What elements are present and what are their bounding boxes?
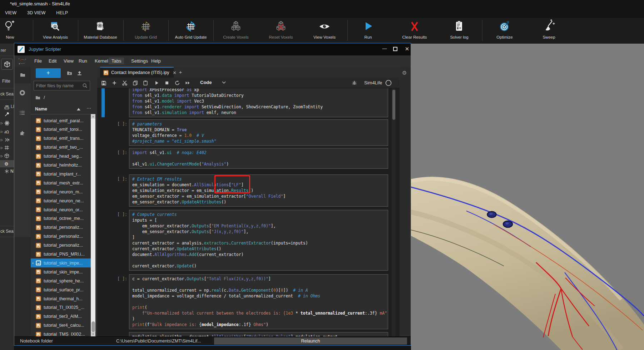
new-launcher-button[interactable]: + [36,68,61,78]
toolbar-button-optimize[interactable]: Optimize [483,19,526,39]
cell-editor[interactable]: # Compute currentsinputs = [ em_sensor_e… [129,210,388,271]
save-icon[interactable] [101,80,106,86]
scroll-down-icon[interactable]: ▼ [91,332,95,336]
file-row-12[interactable]: tutorial_octree_me... [31,214,91,223]
more-options-icon[interactable]: ⋯ [86,105,91,111]
file-row-1[interactable]: tutorial_emlf_paral... [31,116,91,125]
file-row-16[interactable]: tutorial_PNS_MRI.i... [31,250,91,259]
file-row-24[interactable]: tutorial_tier4_calcu... [31,321,91,330]
file-row-3[interactable]: tutorial_emlf_trans... [31,134,91,143]
tab-close-icon[interactable] [172,70,177,75]
jupyter-window-titlebar[interactable]: Jupyter Scripter — ✕ [14,43,411,55]
debugger-bug-icon[interactable] [352,80,357,85]
toolbar-button-run[interactable]: Run [347,19,390,39]
tree-item-lf[interactable]: LF [0,103,14,110]
new-folder-icon[interactable] [66,70,73,76]
file-row-4[interactable]: tutorial_emlf_two_... [31,143,91,152]
running-kernels-icon[interactable] [19,90,25,96]
toolbar-button-material-database[interactable]: Material Database [79,19,122,39]
run-cell-icon[interactable] [154,80,159,86]
file-row-8[interactable]: tutorial_mesh_extr... [31,178,91,187]
jupyter-menu-edit[interactable]: Edit [46,58,59,64]
stop-icon[interactable] [164,80,170,86]
3d-viewport[interactable] [411,44,644,350]
jupyter-menu-view[interactable]: View [61,58,76,64]
file-row-10[interactable]: tutorial_neuron_ne... [31,196,91,205]
expand-arrow-icon[interactable]: ▷ [0,146,4,149]
file-row-6[interactable]: tutorial_helmholtz... [31,161,91,170]
file-list-scrollbar[interactable]: ▲ ▼ [91,114,95,336]
file-row-18[interactable]: tutorial_skin_impe... [31,267,91,276]
folder-tab-icon[interactable] [20,72,26,78]
file-row-21[interactable]: tutorial_thermal_h... [31,294,91,303]
toolbar-button-update-grid[interactable]: Update Grid [124,19,167,39]
gear-icon[interactable]: ⚙ [402,70,407,76]
app-menu-view[interactable]: VIEW [5,9,16,17]
toolbar-button-reset-voxels[interactable]: Reset Voxels [259,19,302,39]
toolbar-button-solver-log[interactable]: Solver log [438,19,481,39]
file-row-11[interactable]: tutorial_neuron_or... [31,205,91,214]
kernel-name[interactable]: Sim4Life [364,80,382,85]
toolbar-button-view-analysis[interactable]: View Analysis [34,19,77,39]
expand-arrow-icon[interactable]: ▷ [0,130,4,133]
upload-icon[interactable] [76,70,83,76]
cut-icon[interactable] [122,80,128,86]
file-row-15[interactable]: tutorial_personaliz... [31,241,91,250]
tab-contact-impedance[interactable]: Contact Impedance (ITIS).ipy [100,67,174,78]
active-cell-indicator[interactable] [101,88,105,117]
app-menu-help[interactable]: HELP [56,9,68,17]
relaunch-button[interactable]: Relaunch [214,337,407,345]
file-row-25[interactable]: tutorial_TMS_IXI02... [31,330,91,336]
add-tab-button[interactable]: + [177,68,184,76]
filter-files-input[interactable]: Filter files by name [34,81,90,90]
jupyter-menu-run[interactable]: Run [76,58,90,64]
cell-editor[interactable]: modulation_algorithm = document.AllAlgor… [129,332,388,336]
cell-type-select[interactable]: Code [200,80,212,85]
file-row-7[interactable]: tutorial_implant_r... [31,169,91,178]
cell-editor[interactable]: # Extract EM resultsem_simulation = docu… [129,174,388,207]
cell-editor[interactable]: # parametersTRUNCATE_DOMAIN = Truevoltag… [129,119,388,146]
file-row-14[interactable]: tutorial_personaliz... [31,232,91,241]
toolbar-button-view-voxels[interactable]: View Voxels [303,19,346,39]
expand-arrow-icon[interactable]: ▷ [0,154,4,158]
cell-editor[interactable]: c = current_extractor.Outputs["Total Flu… [129,274,388,329]
cell-editor[interactable]: import XPostProcessor as xpfrom s4l_v1.d… [129,88,388,117]
tree-item-grid-small[interactable]: ▷ [0,144,14,151]
extensions-puzzle-icon[interactable] [19,130,25,136]
toolbar-button-auto-grid-update[interactable]: Auto Grid Update [169,19,212,39]
model-tool-button[interactable] [1,59,13,70]
file-row-2[interactable]: tutorial_emlf_toroi... [31,125,91,134]
toolbar-button-sweep[interactable]: Sweep [527,19,570,39]
tree-item-voxel-cube[interactable]: ▷ [0,152,14,159]
cell-editor[interactable]: import s4l_v1.ui # noqa: E402 s4l_v1.ui.… [129,148,388,169]
file-list-header[interactable]: Name ⋯ [31,105,91,114]
jupyter-menu-file[interactable]: File [31,58,45,64]
paste-icon[interactable] [143,80,148,86]
expand-arrow-icon[interactable]: ▷ [0,122,4,125]
toolbar-button-create-voxels[interactable]: Create Voxels [214,19,257,39]
tree-item-wrench[interactable] [0,111,14,118]
minimize-button[interactable]: — [380,46,389,53]
tree-item-n[interactable]: N [0,168,14,175]
file-row-20[interactable]: tutorial_surface_pr... [31,285,91,294]
file-row-9[interactable]: tutorial_neuron_m... [31,187,91,196]
copy-icon[interactable] [132,80,138,86]
jupyter-menu-tabs[interactable]: Tabs [109,58,124,64]
breadcrumb[interactable]: / [35,94,45,100]
tree-item-gear-small[interactable]: ⚙ [0,160,14,167]
maximize-button[interactable] [391,46,400,53]
file-row-22[interactable]: tutorial_TI_IXI025_... [31,303,91,312]
tree-item-atom[interactable]: ▷ [0,119,14,127]
tree-item-source[interactable]: ▷ [0,136,14,143]
toolbar-button-new[interactable]: New [0,19,31,39]
file-row-19[interactable]: tutorial_sphere_he... [31,276,91,285]
scroll-up-icon[interactable]: ▲ [91,114,95,119]
toolbar-button-clear-results[interactable]: Clear Results [393,19,436,39]
file-row-23[interactable]: tutorial_tier3_AIM... [31,312,91,321]
add-cell-icon[interactable] [112,80,117,86]
jupyter-menu-kernel[interactable]: Kernel [92,58,111,64]
tree-item-boundary[interactable]: ▷∂Ω [0,128,14,135]
restart-icon[interactable] [174,80,180,86]
file-row-13[interactable]: tutorial_personaliz... [31,223,91,232]
file-row-17[interactable]: ●tutorial_skin_impe... [31,258,91,267]
